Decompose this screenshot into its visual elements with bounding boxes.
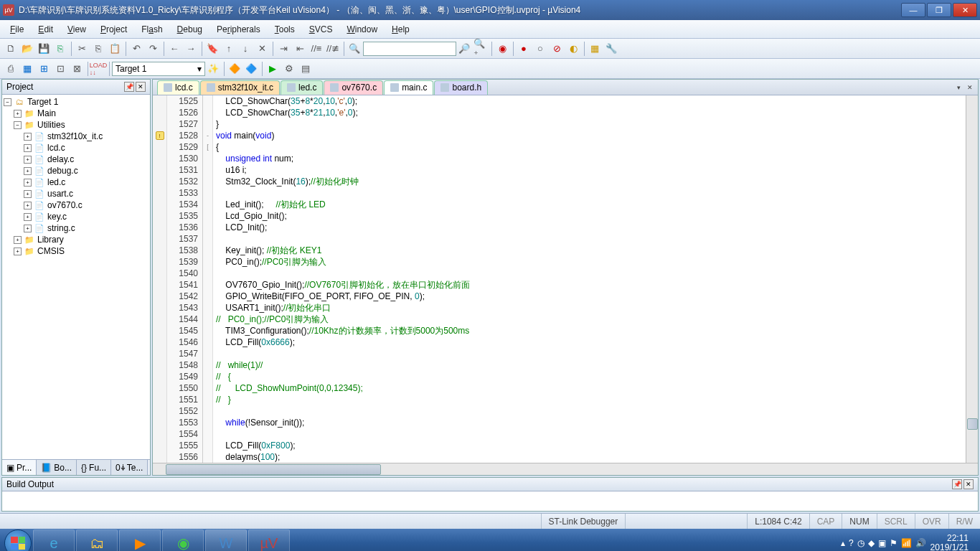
save-all-icon[interactable]: ⎘ [52,41,68,57]
debug-icon[interactable]: ◉ [494,41,510,57]
tray-security-icon[interactable]: ◷ [857,538,864,548]
code-area[interactable]: ! 15251526152715281529153015311532153315… [153,95,978,463]
task-uvision[interactable]: µV [248,529,290,551]
batch-build-icon[interactable]: ⊡ [52,61,68,77]
tree-folder[interactable]: +📁Main [4,108,149,119]
tree-toggle-icon[interactable]: − [14,121,22,129]
tree-toggle-icon[interactable]: + [24,202,32,209]
tree-folder[interactable]: +📁CMSIS [4,245,149,257]
file-tab[interactable]: stm32f10x_it.c [200,80,280,95]
tray-app1-icon[interactable]: ◆ [868,538,875,548]
tray-help-icon[interactable]: ? [849,538,854,548]
config-icon[interactable]: 🔧 [603,41,619,57]
tree-file[interactable]: +📄usart.c [4,188,149,199]
find-combo[interactable] [363,42,456,56]
redo-icon[interactable]: ↷ [145,41,161,57]
menu-flash[interactable]: Flash [134,22,169,37]
panel-tab-project[interactable]: ▣Pr... [2,460,37,475]
tray-up-icon[interactable]: ▴ [841,538,845,548]
bookmark-icon[interactable]: 🔖 [204,41,220,57]
panel-tab-templates[interactable]: 0⸸Te... [111,460,148,475]
tree-file[interactable]: +📄debug.c [4,165,149,176]
tree-toggle-icon[interactable]: + [24,190,32,198]
tree-file[interactable]: +📄led.c [4,176,149,188]
tab-close-icon[interactable]: ✕ [965,83,975,93]
build-pin-icon[interactable]: 📌 [952,479,962,489]
download-icon[interactable]: LOAD↓↓ [90,61,106,77]
tree-file[interactable]: +📄key.c [4,211,149,222]
manage-icon[interactable]: 🔶 [227,61,242,77]
vscroll-thumb[interactable] [967,418,978,430]
find-in-files-icon[interactable]: 🔎 [456,41,472,57]
menu-file[interactable]: File [3,22,31,37]
bookmark-prev-icon[interactable]: ↑ [221,41,237,57]
tree-toggle-icon[interactable]: + [24,225,32,232]
tray-app2-icon[interactable]: ▣ [878,538,886,548]
save-icon[interactable]: 💾 [36,41,52,57]
tab-dropdown-icon[interactable]: ▾ [953,83,963,93]
horizontal-scrollbar[interactable] [153,463,978,475]
target-select[interactable]: Target 1▾ [112,62,205,76]
new-file-icon[interactable]: 🗋 [3,41,19,57]
task-media[interactable]: ▶ [119,529,161,551]
tree-toggle-icon[interactable]: + [14,236,22,244]
tray-volume-icon[interactable]: 🔊 [915,538,926,548]
undo-icon[interactable]: ↶ [128,41,144,57]
build-close-icon[interactable]: ✕ [963,479,974,489]
menu-peripherals[interactable]: Peripherals [209,22,268,37]
copy-icon[interactable]: ⎘ [90,41,106,57]
tree-root[interactable]: − 🗂 Target 1 [4,96,149,108]
target-options-icon[interactable]: ✨ [205,61,221,77]
incremental-find-icon[interactable]: 🔍⁺ [473,41,489,57]
tree-collapse-icon[interactable]: − [4,98,11,106]
file-tab[interactable]: led.c [281,80,323,95]
file-tab[interactable]: main.c [384,80,433,95]
tree-toggle-icon[interactable]: + [24,133,32,141]
tree-file[interactable]: +📄ov7670.c [4,199,149,211]
start-button[interactable] [4,529,32,551]
tree-file[interactable]: +📄delay.c [4,154,149,165]
window-icon[interactable]: ▦ [587,41,603,57]
tree-toggle-icon[interactable]: + [24,167,32,175]
minimize-button[interactable]: — [901,3,925,17]
tree-toggle-icon[interactable]: + [24,156,32,164]
tree-toggle-icon[interactable]: + [24,213,32,221]
tree-folder[interactable]: +📁Library [4,234,149,245]
tree-toggle-icon[interactable]: + [24,144,32,152]
find-icon[interactable]: 🔍 [347,41,362,57]
tree-file[interactable]: +📄stm32f10x_it.c [4,131,149,142]
tray-flag-icon[interactable]: ⚑ [890,538,897,548]
menu-view[interactable]: View [60,22,93,37]
tree-file[interactable]: +📄string.c [4,222,149,234]
outdent-icon[interactable]: ⇤ [292,41,308,57]
task-explorer[interactable]: 🗂 [76,529,118,551]
menu-window[interactable]: Window [339,22,385,37]
menu-edit[interactable]: Edit [31,22,60,37]
open-file-icon[interactable]: 📂 [19,41,35,57]
run-icon[interactable]: ▶ [265,61,281,77]
panel-tab-functions[interactable]: {}Fu... [77,460,111,475]
tray-clock[interactable]: 22:11 2019/1/21 [930,534,969,551]
rebuild-icon[interactable]: ⊞ [36,61,52,77]
translate-icon[interactable]: ⎙ [3,61,19,77]
panel-tab-books[interactable]: 📘Bo... [37,460,77,475]
options-icon[interactable]: ⚙ [281,61,297,77]
panel-pin-icon[interactable]: 📌 [124,82,134,92]
panel-close-icon[interactable]: ✕ [136,82,146,92]
stop-build-icon[interactable]: ⊠ [69,61,85,77]
windows-icon[interactable]: ▤ [298,61,314,77]
menu-project[interactable]: Project [93,22,134,37]
indent-icon[interactable]: ⇥ [275,41,291,57]
build-output-body[interactable] [2,491,978,509]
build-icon[interactable]: ▦ [19,61,35,77]
project-tree[interactable]: − 🗂 Target 1 +📁Main−📁Utilities+📄stm32f10… [2,95,150,459]
bookmark-clear-icon[interactable]: ✕ [254,41,270,57]
close-button[interactable]: ✕ [953,3,977,17]
task-browser[interactable]: ◉ [162,529,204,551]
maximize-button[interactable]: ❐ [927,3,951,17]
file-tab[interactable]: lcd.c [157,80,199,95]
bookmark-next-icon[interactable]: ↓ [237,41,253,57]
menu-tools[interactable]: Tools [268,22,302,37]
nav-fwd-icon[interactable]: → [183,41,199,57]
fold-column[interactable]: -[ [203,95,213,463]
